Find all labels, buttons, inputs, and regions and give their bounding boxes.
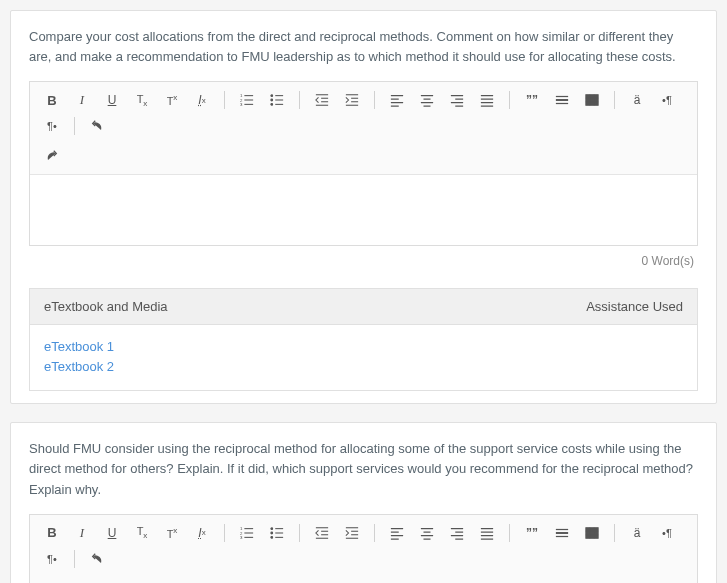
underline-button[interactable]: U: [98, 88, 126, 112]
svg-point-54: [271, 536, 273, 538]
table-button[interactable]: [578, 521, 606, 545]
unordered-list-button[interactable]: [263, 521, 291, 545]
question-prompt: Compare your cost allocations from the d…: [29, 27, 698, 67]
rich-editor: B I U Tx Tx Ix 123: [29, 514, 698, 583]
rich-editor: B I U Tx Tx Ix 123: [29, 81, 698, 246]
svg-point-8: [271, 99, 273, 101]
separator: [374, 91, 375, 109]
special-char-button[interactable]: ä: [623, 88, 651, 112]
etextbook-title: eTextbook and Media: [44, 299, 168, 314]
svg-rect-39: [586, 95, 598, 106]
bold-button[interactable]: B: [38, 521, 66, 545]
unordered-list-button[interactable]: [263, 88, 291, 112]
blockquote-button[interactable]: ””: [518, 521, 546, 545]
svg-point-52: [271, 532, 273, 534]
separator: [299, 524, 300, 542]
redo-button[interactable]: [38, 577, 66, 583]
ltr-button[interactable]: •¶: [653, 88, 681, 112]
table-button[interactable]: [578, 88, 606, 112]
outdent-button[interactable]: [308, 88, 336, 112]
assistance-used-label: Assistance Used: [586, 299, 683, 314]
separator: [224, 524, 225, 542]
underline-button[interactable]: U: [98, 521, 126, 545]
align-center-button[interactable]: [413, 521, 441, 545]
etextbook-header[interactable]: eTextbook and Media Assistance Used: [29, 288, 698, 325]
align-justify-button[interactable]: [473, 88, 501, 112]
redo-button[interactable]: [38, 144, 66, 168]
align-center-button[interactable]: [413, 88, 441, 112]
align-justify-button[interactable]: [473, 521, 501, 545]
separator: [299, 91, 300, 109]
undo-button[interactable]: [83, 114, 111, 138]
align-right-button[interactable]: [443, 88, 471, 112]
separator: [74, 550, 75, 568]
separator: [224, 91, 225, 109]
undo-button[interactable]: [83, 547, 111, 571]
superscript-button[interactable]: Tx: [158, 88, 186, 112]
align-left-button[interactable]: [383, 88, 411, 112]
indent-button[interactable]: [338, 88, 366, 112]
subscript-button[interactable]: Tx: [128, 521, 156, 545]
question-prompt: Should FMU consider using the reciprocal…: [29, 439, 698, 499]
word-count: 0 Word(s): [29, 246, 698, 268]
editor-toolbar: B I U Tx Tx Ix 123: [30, 82, 697, 175]
separator: [509, 91, 510, 109]
align-right-button[interactable]: [443, 521, 471, 545]
separator: [509, 524, 510, 542]
svg-rect-83: [586, 527, 598, 538]
svg-point-10: [271, 104, 273, 106]
outdent-button[interactable]: [308, 521, 336, 545]
question-panel-2: Should FMU consider using the reciprocal…: [10, 422, 717, 583]
horizontal-rule-button[interactable]: [548, 88, 576, 112]
editor-textarea[interactable]: [30, 175, 697, 245]
etextbook-link-1[interactable]: eTextbook 1: [44, 337, 683, 357]
separator: [374, 524, 375, 542]
svg-point-50: [271, 527, 273, 529]
etextbook-body: eTextbook 1 eTextbook 2: [29, 325, 698, 391]
special-char-button[interactable]: ä: [623, 521, 651, 545]
clear-format-button[interactable]: Ix: [188, 521, 216, 545]
rtl-button[interactable]: ¶•: [38, 114, 66, 138]
svg-text:3: 3: [240, 535, 243, 540]
italic-button[interactable]: I: [68, 88, 96, 112]
blockquote-button[interactable]: ””: [518, 88, 546, 112]
italic-button[interactable]: I: [68, 521, 96, 545]
question-panel-1: Compare your cost allocations from the d…: [10, 10, 717, 404]
etextbook-link-2[interactable]: eTextbook 2: [44, 357, 683, 377]
svg-text:3: 3: [240, 102, 243, 107]
horizontal-rule-button[interactable]: [548, 521, 576, 545]
svg-point-6: [271, 95, 273, 97]
ltr-button[interactable]: •¶: [653, 521, 681, 545]
bold-button[interactable]: B: [38, 88, 66, 112]
separator: [74, 117, 75, 135]
subscript-button[interactable]: Tx: [128, 88, 156, 112]
separator: [614, 91, 615, 109]
indent-button[interactable]: [338, 521, 366, 545]
align-left-button[interactable]: [383, 521, 411, 545]
separator: [614, 524, 615, 542]
editor-toolbar: B I U Tx Tx Ix 123: [30, 515, 697, 583]
superscript-button[interactable]: Tx: [158, 521, 186, 545]
ordered-list-button[interactable]: 123: [233, 88, 261, 112]
rtl-button[interactable]: ¶•: [38, 547, 66, 571]
clear-format-button[interactable]: Ix: [188, 88, 216, 112]
ordered-list-button[interactable]: 123: [233, 521, 261, 545]
